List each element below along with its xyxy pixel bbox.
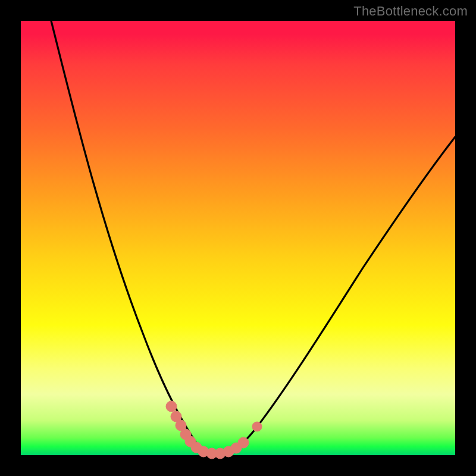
bottleneck-curve-left [51, 21, 214, 453]
marker-layer [166, 401, 262, 459]
marker-dot [238, 437, 249, 448]
chart-svg [0, 0, 476, 476]
curve-layer [51, 21, 455, 453]
watermark-text: TheBottleneck.com [353, 4, 468, 19]
marker-dot [252, 422, 262, 431]
bottleneck-curve-right [214, 137, 455, 453]
chart-frame: TheBottleneck.com [0, 0, 476, 476]
marker-dot [166, 401, 177, 412]
